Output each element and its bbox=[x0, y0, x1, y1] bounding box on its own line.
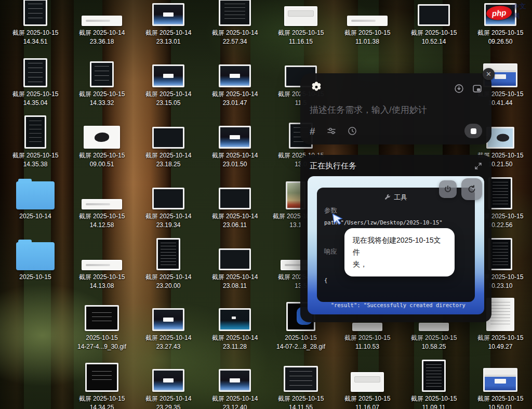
file-label: 截屏 2025-10-1423.06.11 bbox=[204, 212, 266, 230]
file-label: 截屏 2025-10-1509.26.50 bbox=[469, 29, 531, 46]
desktop-icon[interactable]: 截屏 2025-10-1423.06.11 bbox=[204, 188, 266, 230]
file-label: 2025-10-15 bbox=[4, 273, 66, 282]
desktop-icon[interactable]: 截屏 2025-10-1514.34.51 bbox=[4, 0, 66, 46]
task-panel-title: 正在执行任务 bbox=[310, 161, 356, 171]
file-thumbnail bbox=[84, 126, 120, 149]
desktop-icon[interactable]: 截屏 2025-10-1423.08.11 bbox=[204, 248, 266, 291]
tool-icon bbox=[384, 193, 391, 202]
desktop-icon[interactable]: 截屏 2025-10-1514.12.58 bbox=[71, 199, 133, 230]
file-label: 截屏 2025-10-1423.13.01 bbox=[137, 29, 200, 46]
file-label: 截屏 2025-10-1514.34.25 bbox=[71, 394, 133, 409]
file-thumbnail bbox=[488, 177, 512, 209]
file-label: 截屏 2025-10-1514.13.08 bbox=[71, 273, 133, 291]
file-thumbnail bbox=[219, 0, 251, 26]
hash-icon[interactable]: # bbox=[310, 126, 315, 136]
file-label: 截屏 2025-10-1423.12.40 bbox=[204, 394, 266, 409]
file-thumbnail bbox=[156, 238, 180, 270]
desktop-icon[interactable]: 截屏 2025-10-1514.35.38 bbox=[4, 115, 66, 169]
file-thumbnail bbox=[347, 16, 388, 26]
circle-arrow-icon[interactable] bbox=[454, 84, 464, 94]
php-watermark-suffix: 中文网 bbox=[512, 1, 532, 21]
clock-icon[interactable] bbox=[348, 126, 357, 136]
file-label: 截屏 2025-10-1511.16.15 bbox=[270, 29, 332, 46]
desktop-icon[interactable]: 截屏 2025-10-1423.11.28 bbox=[204, 308, 266, 351]
desktop-icon[interactable]: 截屏 2025-10-1423.13.01 bbox=[137, 3, 200, 46]
file-thumbnail bbox=[152, 127, 184, 149]
file-label: 截屏 2025-10-1422.57.34 bbox=[204, 29, 266, 46]
file-thumbnail bbox=[488, 238, 512, 270]
file-label: 截屏 2025-10-1423.18.25 bbox=[137, 151, 200, 169]
file-thumbnail bbox=[90, 61, 114, 87]
file-thumbnail bbox=[16, 242, 55, 270]
desktop-icon[interactable]: 截屏 2025-10-1510.50.01 bbox=[469, 368, 531, 409]
desktop-icon[interactable]: 截屏 2025-10-1423.15.05 bbox=[137, 64, 200, 108]
desktop-icon[interactable]: 截屏 2025-10-1509.00.51 bbox=[71, 126, 133, 169]
file-thumbnail bbox=[82, 199, 122, 209]
desktop-icon[interactable]: 2025-10-14 bbox=[4, 181, 66, 221]
desktop-icon[interactable]: 截屏 2025-10-1510.58.25 bbox=[403, 323, 465, 351]
file-thumbnail bbox=[152, 308, 184, 331]
desktop-icon[interactable]: 截屏 2025-10-1514.35.04 bbox=[4, 58, 66, 108]
file-thumbnail bbox=[219, 188, 251, 209]
file-label: 截屏 2025-10-1511.09.11 bbox=[403, 394, 465, 409]
desktop-icon[interactable]: 截屏 2025-10-1423.01.50 bbox=[204, 126, 266, 169]
file-label: 截屏 2025-10-1423.19.34 bbox=[137, 212, 200, 230]
expand-icon[interactable] bbox=[474, 162, 482, 170]
param-code: path="/Users/lzw/Desktop/2025-10-15" bbox=[324, 218, 468, 227]
file-label: 截屏 2025-10-1423.27.43 bbox=[137, 334, 200, 351]
stop-button[interactable] bbox=[464, 124, 482, 138]
power-button[interactable] bbox=[439, 180, 457, 198]
file-label: 截屏 2025-10-1510.58.25 bbox=[403, 334, 465, 351]
file-thumbnail bbox=[24, 115, 46, 149]
desktop-icon[interactable]: 截屏 2025-10-1423.12.40 bbox=[204, 369, 266, 409]
file-thumbnail bbox=[284, 6, 317, 26]
desktop-icon[interactable]: 截屏 2025-10-1511.16.07 bbox=[336, 372, 398, 409]
close-icon[interactable]: ✕ bbox=[483, 68, 495, 80]
file-thumbnail bbox=[152, 188, 184, 209]
task-input[interactable] bbox=[310, 105, 482, 115]
desktop-icon[interactable]: 截屏 2025-10-1423.27.43 bbox=[137, 308, 200, 351]
file-thumbnail bbox=[219, 248, 251, 270]
desktop-icon[interactable]: 截屏 2025-10-1510.52.14 bbox=[403, 4, 465, 46]
desktop-icon[interactable]: 2025-10-15 bbox=[4, 242, 66, 282]
file-label: 截屏 2025-10-1514.35.38 bbox=[4, 151, 66, 169]
desktop-icon[interactable]: 截屏 2025-10-1422.57.34 bbox=[204, 0, 266, 46]
desktop-icon[interactable]: 截屏 2025-10-1514.11.55 bbox=[270, 366, 332, 409]
picture-in-picture-icon[interactable] bbox=[472, 84, 482, 94]
file-thumbnail bbox=[23, 58, 47, 87]
file-label: 截屏 2025-10-1423.01.50 bbox=[204, 151, 266, 169]
file-thumbnail bbox=[152, 64, 184, 87]
file-label: 截屏 2025-10-1423.01.47 bbox=[204, 90, 266, 108]
php-watermark: php 中文网 bbox=[486, 1, 532, 23]
desktop-icon[interactable]: 截屏 2025-10-1514.34.25 bbox=[71, 363, 133, 409]
desktop-icon[interactable]: 2025-10-1514-27-4...9_30.gif bbox=[71, 305, 133, 351]
file-thumbnail bbox=[483, 368, 517, 392]
file-thumbnail bbox=[419, 323, 449, 331]
desktop-icon[interactable]: 截屏 2025-10-1511.09.11 bbox=[403, 360, 465, 409]
desktop-icon[interactable]: 截屏 2025-10-1511.16.15 bbox=[270, 6, 332, 46]
file-thumbnail bbox=[219, 308, 251, 331]
refresh-button[interactable] bbox=[461, 178, 482, 200]
tune-icon[interactable] bbox=[327, 126, 336, 136]
file-label: 截屏 2025-10-1511.16.07 bbox=[336, 394, 398, 409]
file-thumbnail bbox=[418, 4, 450, 26]
file-thumbnail bbox=[85, 305, 119, 331]
desktop-icon[interactable]: 截屏 2025-10-1423.18.25 bbox=[137, 127, 200, 169]
desktop-icon[interactable]: 截屏 2025-10-1511.01.38 bbox=[336, 16, 398, 46]
file-label: 截屏 2025-10-1514.33.32 bbox=[71, 90, 133, 108]
desktop-icon[interactable]: 截屏 2025-10-1514.33.32 bbox=[71, 61, 133, 108]
file-label: 截屏 2025-10-1514.34.51 bbox=[4, 29, 66, 46]
desktop-icon[interactable]: 截屏 2025-10-1423.20.00 bbox=[137, 238, 200, 291]
desktop-icon[interactable]: 截屏 2025-10-1423.19.34 bbox=[137, 188, 200, 230]
file-label: 2025-10-1514-27-4...9_30.gif bbox=[71, 334, 133, 351]
desktop-icon[interactable]: 截屏 2025-10-1514.13.08 bbox=[71, 260, 133, 291]
tool-card-title: 工具 bbox=[394, 193, 407, 202]
desktop-icon[interactable]: 截屏 2025-10-1423.36.18 bbox=[71, 16, 133, 46]
desktop-icon[interactable]: 截屏 2025-10-1423.29.35 bbox=[137, 369, 200, 409]
file-label: 截屏 2025-10-1510.50.01 bbox=[469, 394, 531, 409]
file-label: 截屏 2025-10-1423.20.00 bbox=[137, 273, 200, 291]
desktop-icon[interactable]: 截屏 2025-10-1423.01.47 bbox=[204, 64, 266, 108]
desktop-icon[interactable]: 截屏 2025-10-1511.10.53 bbox=[336, 323, 398, 351]
file-thumbnail bbox=[351, 372, 384, 392]
file-thumbnail bbox=[422, 360, 446, 392]
